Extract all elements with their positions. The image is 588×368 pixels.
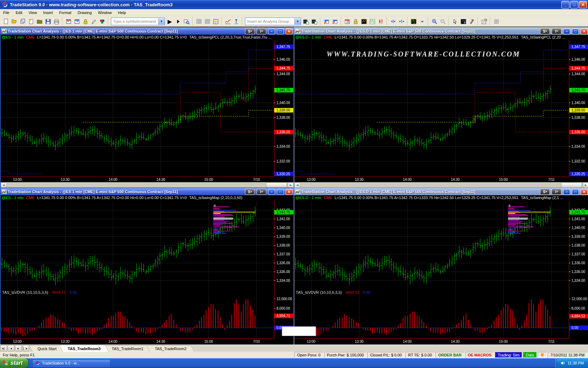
candles-style-icon[interactable] (377, 17, 385, 26)
status-line-button[interactable]: S▾ (540, 28, 550, 34)
menu-help[interactable]: Help (115, 10, 129, 15)
matrix-grid-icon[interactable] (195, 17, 203, 26)
maximize-button[interactable]: □ (572, 189, 579, 195)
symbol-lookup-icon[interactable] (182, 17, 191, 26)
session-clock-icon[interactable] (351, 17, 360, 26)
scroll-left-icon[interactable]: ◄ (1, 183, 7, 188)
new-page-icon[interactable] (27, 17, 35, 26)
analysis-group-input[interactable]: Insert an Analysis Group (245, 19, 294, 23)
maximize-button[interactable]: □ (277, 189, 284, 195)
maximize-button[interactable]: □ (277, 28, 284, 34)
floating-edit-box[interactable] (282, 326, 316, 336)
scrollbar-thumb[interactable] (266, 183, 287, 188)
chart-title-bar[interactable]: TradeStation Chart Analysis - @ES 1 min … (1, 28, 294, 35)
session-calendar-icon[interactable] (343, 17, 351, 26)
interval-button[interactable]: I▾ (552, 28, 561, 34)
copy-window-icon[interactable] (19, 17, 27, 26)
close-button[interactable]: ✕ (579, 1, 587, 8)
bar-spacing-out-icon[interactable] (397, 17, 406, 26)
analysis-group-combo[interactable]: Insert an Analysis Group ▼ (245, 18, 301, 25)
menu-window[interactable]: Window (95, 10, 115, 15)
symbol-command-combo[interactable]: Type a symbol/command ▼ (111, 18, 165, 25)
chart-canvas[interactable] (294, 40, 588, 182)
dropdown-arrow-icon[interactable] (418, 17, 426, 26)
minimize-button[interactable]: – (563, 28, 570, 34)
menu-insert[interactable]: Insert (40, 10, 56, 15)
menu-edit[interactable]: Edit (13, 10, 26, 15)
menu-format[interactable]: Format (56, 10, 75, 15)
chart-canvas[interactable] (1, 40, 294, 182)
save-icon[interactable] (44, 17, 52, 26)
scrollbar-track[interactable] (7, 183, 288, 188)
send-chart-icon[interactable] (322, 17, 331, 26)
data-status-badge[interactable]: Data (523, 352, 537, 358)
minimize-button[interactable]: _ (561, 1, 569, 8)
speaker-icon[interactable] (561, 361, 565, 365)
format-painter-icon[interactable] (90, 17, 98, 26)
send-window-icon[interactable] (331, 17, 339, 26)
chart-canvas[interactable] (294, 201, 588, 344)
manage-analysis-icon[interactable] (310, 17, 318, 26)
minimize-button[interactable]: – (268, 28, 275, 34)
chart-title-bar[interactable]: TradeStation Chart Analysis - @ES 1 min … (1, 188, 294, 195)
maximize-button[interactable]: □ (570, 1, 578, 8)
tab-nav-button-2[interactable]: ► (15, 345, 22, 352)
close-icon[interactable]: ✕ (286, 189, 293, 195)
quotes-grid-icon[interactable] (203, 17, 211, 26)
zoom-in-icon[interactable] (430, 17, 439, 26)
chart-text-icon[interactable]: T (459, 17, 468, 26)
maximize-button[interactable]: □ (572, 28, 579, 34)
close-icon[interactable]: ✕ (581, 28, 588, 34)
close-icon[interactable]: ✕ (286, 28, 293, 34)
workspace-tab-tas-traderoom1[interactable]: TAS_TradeRoom1 (103, 345, 152, 352)
color-palette-icon[interactable] (98, 17, 106, 26)
pointer-icon[interactable] (451, 17, 459, 26)
menu-file[interactable]: File (0, 10, 13, 15)
alert-bell-icon[interactable] (538, 352, 547, 358)
workspace-tab-tas-traderoom3[interactable]: TAS_TradeRoom3 (59, 345, 109, 352)
open-workspace-icon[interactable] (10, 17, 19, 26)
tab-nav-button-1[interactable]: ◄ (8, 345, 14, 352)
print-icon[interactable] (52, 17, 61, 26)
bar-spacing-in-icon[interactable] (389, 17, 397, 26)
close-icon[interactable]: ✕ (581, 189, 588, 195)
tab-nav-button-0[interactable]: ◄▏ (0, 345, 7, 352)
interval-button[interactable]: I▾ (552, 189, 561, 195)
interval-button[interactable]: I▾ (257, 189, 266, 195)
start-button[interactable]: start (0, 358, 28, 368)
order-ticket-icon[interactable] (480, 17, 488, 26)
lookup-go-icon[interactable] (174, 17, 182, 26)
status-line-button[interactable]: S▾ (540, 189, 550, 195)
tab-nav-button-3[interactable]: ▏► (22, 345, 29, 352)
price-up-icon[interactable] (232, 17, 240, 26)
chart-title-bar[interactable]: TradeStation Chart Analysis - @ES.D 1 mi… (294, 28, 588, 35)
drawing-tools-icon[interactable] (468, 17, 476, 26)
oe-macros-button[interactable]: OE MACROS (465, 352, 495, 358)
trading-mode-badge[interactable]: Trading: Sim (495, 352, 522, 358)
horizontal-scrollbar[interactable]: ◄ ► (1, 182, 294, 188)
chart-navigate-icon[interactable] (410, 17, 418, 26)
chart-wave-icon[interactable] (224, 17, 232, 26)
save-analysis-icon[interactable] (302, 17, 310, 26)
menu-view[interactable]: View (26, 10, 40, 15)
workspace-tab-tas-traderoom2[interactable]: TAS_TradeRoom2 (146, 345, 195, 352)
minimize-button[interactable]: – (268, 189, 275, 195)
window-forward-icon[interactable] (73, 17, 81, 26)
zoom-out-icon[interactable] (439, 17, 447, 26)
scroll-left-icon[interactable]: ◄ (294, 183, 300, 188)
run-command-icon[interactable]: ▶ (166, 17, 174, 26)
lock-icon[interactable] (81, 17, 90, 26)
chart-title-bar[interactable]: TradeStation Chart Analysis - @ES.D 1 mi… (294, 188, 588, 195)
menu-drawing[interactable]: Drawing (75, 10, 95, 15)
workspace-folder-icon[interactable] (35, 17, 44, 26)
minimize-button[interactable]: – (563, 189, 570, 195)
chevron-down-icon[interactable]: ▼ (158, 18, 164, 25)
window-back-icon[interactable] (64, 17, 73, 26)
chart-canvas[interactable] (1, 201, 294, 344)
new-document-icon[interactable] (2, 17, 10, 26)
status-line-button[interactable]: S▾ (245, 189, 255, 195)
spreadsheet-icon[interactable] (211, 17, 220, 26)
interval-button[interactable]: I▾ (257, 28, 266, 34)
scroll-right-icon[interactable]: ► (583, 183, 588, 188)
scrollbar-thumb[interactable] (561, 183, 582, 188)
